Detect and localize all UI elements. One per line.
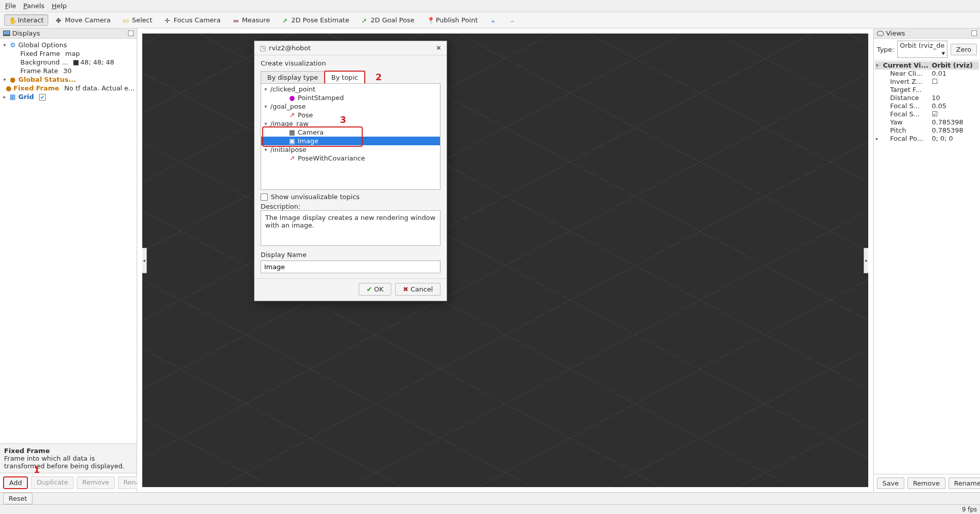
dock-toggle-icon[interactable]: [971, 30, 977, 36]
prop-fixed-frame-value[interactable]: map: [65, 49, 80, 58]
reset-button[interactable]: Reset: [3, 493, 33, 504]
viewport-container: ◂ ▸ ◳ rviz2@hobot ✕ Create visualization…: [137, 28, 873, 492]
menu-panels[interactable]: Panels: [23, 2, 45, 10]
tree-global-options[interactable]: Global Options: [18, 41, 67, 49]
views-panel: Views Type: Orbit (rviz_de ▾ Zero ▾Curre…: [873, 28, 980, 492]
views-row[interactable]: ▸Focal Po...0; 0; 0: [875, 135, 979, 143]
view-type-select[interactable]: Orbit (rviz_de ▾: [897, 41, 947, 58]
views-row[interactable]: Focal S...0.05: [875, 102, 979, 110]
select-icon: ▭: [123, 17, 130, 24]
views-row[interactable]: Yaw0.785398: [875, 118, 979, 126]
status-fixed-frame-value: No tf data. Actual e...: [65, 84, 135, 92]
views-remove-button[interactable]: Remove: [907, 477, 945, 489]
display-pointstamped[interactable]: PointStamped: [298, 93, 344, 102]
grid-floor: [142, 34, 868, 487]
plus-icon: ＋: [490, 17, 497, 24]
views-row[interactable]: Pitch0.785398: [875, 126, 979, 135]
display-name-input[interactable]: [261, 261, 440, 273]
dot-icon: ●: [289, 93, 296, 102]
displays-buttons: Add Duplicate Remove Rename 1: [0, 473, 137, 492]
dialog-title-text: rviz2@hobot: [269, 44, 310, 52]
topic-clicked-point[interactable]: /clicked_point: [270, 85, 315, 93]
tool-focus-camera[interactable]: ✛Focus Camera: [160, 14, 225, 26]
tool-interact[interactable]: ✋Interact: [4, 14, 48, 26]
dialog-titlebar[interactable]: ◳ rviz2@hobot ✕: [255, 41, 447, 55]
tool-move-camera[interactable]: ✥Move Camera: [51, 14, 115, 26]
show-unvisualizable-checkbox[interactable]: [261, 194, 268, 201]
tree-grid[interactable]: Grid: [18, 92, 34, 101]
dialog-heading: Create visualization: [261, 59, 440, 67]
grid-icon: ▦: [9, 92, 16, 101]
tool-select[interactable]: ▭Select: [118, 14, 157, 26]
status-bar: 9 fps: [0, 504, 980, 514]
displays-tree[interactable]: ▾⚙Global Options Fixed Framemap Backgrou…: [0, 39, 137, 443]
tab-by-topic[interactable]: By topic: [325, 71, 365, 84]
warning-icon: ●: [9, 75, 16, 84]
arrow-green-icon: ➚: [361, 17, 368, 24]
views-row[interactable]: Near Cli...0.01: [875, 70, 979, 78]
tool-2d-goal-pose[interactable]: ➚2D Goal Pose: [357, 14, 419, 26]
topic-initialpose[interactable]: /initialpose: [270, 145, 306, 154]
prop-frame-rate-value[interactable]: 30: [63, 67, 72, 75]
collapse-left-handle[interactable]: ◂: [142, 248, 147, 273]
arrow-pink-icon: ↗: [289, 154, 296, 163]
help-title: Fixed Frame: [4, 447, 50, 455]
display-image[interactable]: Image: [298, 137, 319, 145]
views-rename-button[interactable]: Rename: [949, 477, 980, 489]
prop-bg-color-value[interactable]: 48; 48; 48: [80, 58, 114, 66]
prop-fixed-frame[interactable]: Fixed Frame: [20, 49, 60, 58]
warning-icon: ●: [6, 84, 11, 92]
tool-measure[interactable]: ▬Measure: [228, 14, 274, 26]
topic-goal-pose[interactable]: /goal_pose: [270, 102, 306, 111]
close-icon[interactable]: ✕: [436, 44, 441, 52]
minus-icon: －: [509, 17, 516, 24]
display-camera[interactable]: Camera: [298, 128, 324, 137]
views-row[interactable]: Invert Z...☐: [875, 78, 979, 86]
tool-remove[interactable]: －: [504, 15, 521, 26]
hand-icon: ✋: [9, 17, 16, 24]
show-unvisualizable-label: Show unvisualizable topics: [271, 193, 360, 201]
tool-2d-pose-estimate[interactable]: ➚2D Pose Estimate: [277, 14, 354, 26]
topic-tree[interactable]: ▾/clicked_point ▾●PointStamped ▾/goal_po…: [261, 83, 440, 190]
menu-help[interactable]: Help: [52, 2, 67, 10]
image-icon: ▣: [289, 137, 296, 145]
cancel-button[interactable]: ✖Cancel: [395, 283, 440, 296]
x-icon: ✖: [403, 285, 408, 293]
views-row[interactable]: Distance10: [875, 94, 979, 102]
add-button[interactable]: Add: [3, 476, 28, 489]
display-pose[interactable]: Pose: [298, 111, 313, 119]
views-save-button[interactable]: Save: [877, 477, 904, 489]
views-row[interactable]: Target F...: [875, 86, 979, 94]
rviz-icon: ◳: [260, 44, 266, 52]
grid-enabled-checkbox[interactable]: ✔: [39, 94, 46, 101]
menu-file[interactable]: FFileile: [5, 2, 16, 10]
tool-add[interactable]: ＋: [485, 15, 501, 26]
prop-bg-color[interactable]: Background ...: [20, 58, 68, 67]
zero-button[interactable]: Zero: [951, 44, 977, 55]
status-fixed-frame[interactable]: Fixed Frame: [14, 84, 59, 92]
tool-publish-point[interactable]: 📍Publish Point: [422, 14, 483, 26]
prop-frame-rate[interactable]: Frame Rate: [20, 67, 58, 75]
help-body: Frame into which all data is transformed…: [4, 455, 124, 470]
viewport[interactable]: ◂ ▸ ◳ rviz2@hobot ✕ Create visualization…: [142, 34, 868, 487]
dock-toggle-icon[interactable]: [128, 30, 134, 36]
monitor-icon: [3, 30, 10, 36]
display-posewithcov[interactable]: PoseWithCovariance: [298, 154, 365, 163]
tab-by-display-type[interactable]: By display type: [261, 71, 325, 84]
views-row[interactable]: Focal S...☑: [875, 110, 979, 118]
pin-icon: 📍: [427, 17, 434, 24]
check-icon: ✔: [366, 285, 372, 293]
description-label: Description:: [261, 203, 440, 210]
topic-image-raw[interactable]: /image_raw: [270, 119, 308, 128]
arrow-green-icon: ➚: [282, 17, 289, 24]
ok-button[interactable]: ✔OK: [359, 283, 391, 296]
ruler-icon: ▬: [233, 17, 240, 24]
views-tree[interactable]: ▾Current Vi...Orbit (rviz)Near Cli...0.0…: [874, 60, 980, 474]
toolbar: ✋Interact ✥Move Camera ▭Select ✛Focus Ca…: [0, 12, 980, 28]
views-title-text: Views: [886, 29, 905, 37]
camera-icon: ▦: [289, 128, 296, 137]
collapse-right-handle[interactable]: ▸: [864, 248, 868, 273]
type-label: Type:: [877, 46, 894, 53]
views-row[interactable]: ▾Current Vi...Orbit (rviz): [875, 61, 979, 70]
tree-global-status[interactable]: Global Status...: [18, 75, 76, 84]
